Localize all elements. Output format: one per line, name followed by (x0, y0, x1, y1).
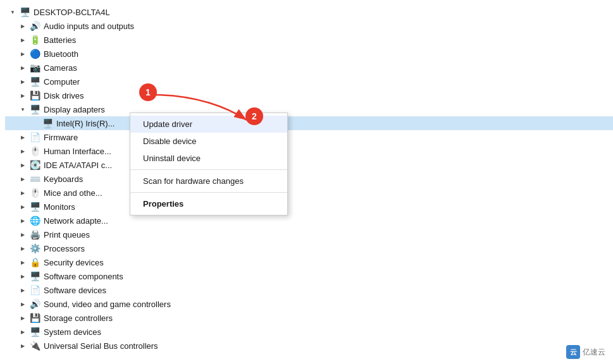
context-menu: Update driver Disable device Uninstall d… (130, 112, 288, 215)
expand-processors[interactable] (18, 243, 28, 253)
tree-item-ide[interactable]: 💽 IDE ATA/ATAPI c... (5, 158, 613, 172)
tree-item-system[interactable]: 🖥️ System devices (5, 325, 613, 339)
bluetooth-label: Bluetooth (44, 49, 78, 59)
expand-batteries[interactable] (18, 35, 28, 45)
system-label: System devices (44, 327, 101, 337)
tree-item-display[interactable]: 🖥️ Display adapters (5, 102, 613, 116)
expand-sound[interactable] (18, 299, 28, 309)
expand-print[interactable] (18, 229, 28, 240)
sound-label: Sound, video and game controllers (44, 300, 171, 309)
expand-monitors[interactable] (18, 202, 28, 212)
device-tree: 🖥️ DESKTOP-BCLTA4L 🔊 Audio inputs and ou… (0, 0, 613, 358)
expand-usb[interactable] (18, 341, 28, 351)
update-label: Update driver (143, 119, 192, 129)
tree-item-disk[interactable]: 💾 Disk drives (5, 88, 613, 102)
tree-item-security[interactable]: 🔒 Security devices (5, 255, 613, 269)
disk-icon: 💾 (29, 90, 40, 101)
expand-network[interactable] (18, 215, 28, 226)
badge-2: 2 (245, 107, 263, 125)
expand-storage[interactable] (18, 313, 28, 323)
tree-item-firmware[interactable]: 📄 Firmware (5, 130, 613, 144)
tree-item-print[interactable]: 🖨️ Print queues (5, 228, 613, 241)
tree-item-softdev[interactable]: 📄 Software devices (5, 283, 613, 297)
tree-item-bluetooth[interactable]: 🔵 Bluetooth (5, 47, 613, 61)
softdev-icon: 📄 (29, 284, 40, 296)
expand-softcomp[interactable] (18, 271, 28, 281)
tree-item-hid[interactable]: 🖱️ Human Interface... (5, 144, 613, 158)
expand-softdev[interactable] (18, 285, 28, 295)
watermark-logo: 云 (566, 345, 580, 359)
tree-item-mice[interactable]: 🖱️ Mice and othe... (5, 186, 613, 200)
watermark: 云 亿速云 (566, 345, 605, 359)
context-menu-scan[interactable]: Scan for hardware changes (130, 173, 287, 190)
context-menu-update[interactable]: Update driver (130, 116, 287, 133)
root-label: DESKTOP-BCLTA4L (34, 8, 110, 17)
tree-item-batteries[interactable]: 🔋 Batteries (5, 33, 613, 47)
expand-root[interactable] (8, 7, 18, 17)
mice-icon: 🖱️ (29, 187, 40, 198)
network-icon: 🌐 (29, 215, 40, 226)
expand-firmware[interactable] (18, 132, 28, 142)
security-label: Security devices (44, 258, 104, 267)
expand-mice[interactable] (18, 188, 28, 198)
expand-display[interactable] (18, 104, 28, 114)
firmware-label: Firmware (44, 133, 78, 142)
expand-computer[interactable] (18, 76, 28, 87)
tree-item-network[interactable]: 🌐 Network adapte... (5, 214, 613, 228)
tree-item-computer[interactable]: 🖥️ Computer (5, 75, 613, 88)
tree-item-usb[interactable]: 🔌 Universal Serial Bus controllers (5, 339, 613, 353)
disable-label: Disable device (143, 136, 197, 146)
ide-icon: 💽 (29, 159, 40, 171)
softcomp-icon: 🖥️ (29, 270, 40, 282)
storage-icon: 💾 (29, 312, 40, 324)
tree-item-processors[interactable]: ⚙️ Processors (5, 241, 613, 255)
separator-1 (130, 169, 287, 170)
intel-icon: 🖥️ (42, 118, 53, 129)
badge-1: 1 (139, 83, 157, 101)
tree-item-cameras[interactable]: 📷 Cameras (5, 61, 613, 75)
computer-label: Computer (44, 77, 80, 87)
expand-audio[interactable] (18, 21, 28, 31)
print-icon: 🖨️ (29, 229, 40, 240)
processors-label: Processors (44, 244, 85, 253)
usb-icon: 🔌 (29, 340, 40, 351)
tree-item-audio[interactable]: 🔊 Audio inputs and outputs (5, 19, 613, 33)
sound-icon: 🔊 (29, 298, 40, 310)
tree-item-keyboards[interactable]: ⌨️ Keyboards (5, 172, 613, 186)
audio-label: Audio inputs and outputs (44, 21, 134, 31)
intel-label: Intel(R) Iris(R)... (56, 119, 115, 128)
display-label: Display adapters (44, 105, 105, 114)
properties-label: Properties (143, 199, 183, 209)
disk-label: Disk drives (44, 91, 84, 100)
expand-keyboards[interactable] (18, 174, 28, 184)
device-manager-window: 🖥️ DESKTOP-BCLTA4L 🔊 Audio inputs and ou… (0, 0, 613, 364)
expand-ide[interactable] (18, 160, 28, 170)
expand-cameras[interactable] (18, 63, 28, 73)
keyboard-icon: ⌨️ (29, 173, 40, 185)
expand-disk[interactable] (18, 90, 28, 100)
system-icon: 🖥️ (29, 326, 40, 337)
bluetooth-icon: 🔵 (29, 48, 40, 59)
computer-node-icon: 🖥️ (29, 76, 40, 87)
context-menu-disable[interactable]: Disable device (130, 133, 287, 150)
battery-icon: 🔋 (29, 34, 40, 46)
camera-icon: 📷 (29, 62, 40, 73)
softcomp-label: Software components (44, 272, 123, 281)
tree-item-sound[interactable]: 🔊 Sound, video and game controllers (5, 297, 613, 311)
tree-item-monitors[interactable]: 🖥️ Monitors (5, 200, 613, 214)
scan-label: Scan for hardware changes (143, 176, 244, 186)
tree-item-intel[interactable]: 🖥️ Intel(R) Iris(R)... (5, 116, 613, 130)
print-label: Print queues (44, 230, 90, 240)
hid-icon: 🖱️ (29, 145, 40, 157)
context-menu-properties[interactable]: Properties (130, 195, 287, 212)
expand-bluetooth[interactable] (18, 49, 28, 59)
hid-label: Human Interface... (44, 147, 111, 156)
tree-item-softcomp[interactable]: 🖥️ Software components (5, 269, 613, 283)
tree-root[interactable]: 🖥️ DESKTOP-BCLTA4L (5, 5, 613, 19)
expand-hid[interactable] (18, 146, 28, 156)
context-menu-uninstall[interactable]: Uninstall device (130, 150, 287, 167)
softdev-label: Software devices (44, 286, 106, 295)
tree-item-storage[interactable]: 💾 Storage controllers (5, 311, 613, 325)
expand-security[interactable] (18, 257, 28, 267)
expand-system[interactable] (18, 327, 28, 337)
